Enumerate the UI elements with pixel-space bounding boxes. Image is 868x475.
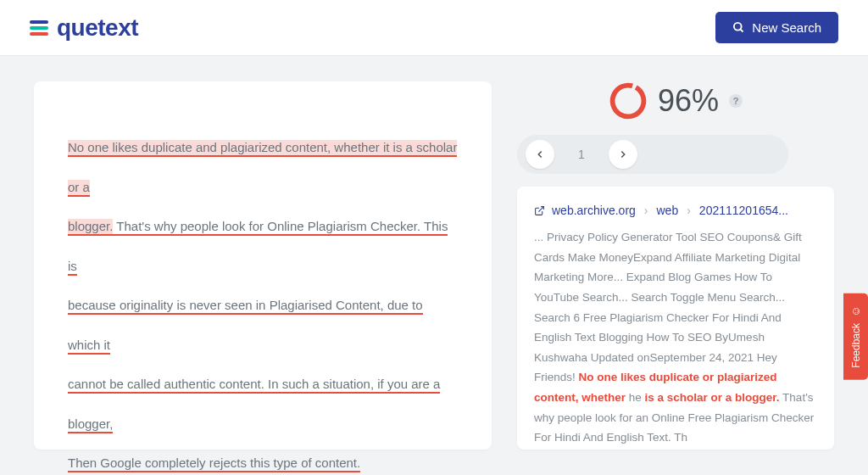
header: quetext New Search: [0, 0, 868, 56]
text-highlight: blogger.: [68, 219, 113, 236]
text-underline: Then Google completely rejects this type…: [68, 455, 360, 472]
breadcrumb-separator: ›: [687, 204, 691, 217]
source-snippet: he: [626, 391, 645, 404]
text-underline: because originality is never seen in Pla…: [68, 298, 423, 355]
page-number: 1: [571, 148, 592, 161]
search-icon: [732, 21, 745, 34]
source-match: is a scholar or a blogger.: [645, 391, 780, 404]
source-domain: web.archive.org: [552, 204, 636, 217]
logo-icon: [30, 20, 48, 36]
feedback-icon: ☺: [849, 305, 862, 318]
svg-point-0: [734, 23, 742, 31]
pagination: 1: [517, 135, 788, 174]
source-path: 202111201654...: [699, 204, 788, 217]
chevron-right-icon: [617, 148, 629, 160]
source-body: ... Privacy Policy Generator Tool SEO Co…: [534, 227, 817, 448]
svg-line-1: [741, 29, 743, 31]
external-link-icon: [534, 205, 545, 216]
score-circle-icon: [609, 81, 648, 120]
svg-point-2: [609, 81, 648, 120]
content-card: No one likes duplicate and plagiarized c…: [34, 81, 492, 450]
chevron-left-icon: [534, 148, 546, 160]
help-icon[interactable]: ?: [729, 94, 743, 108]
new-search-label: New Search: [752, 20, 821, 35]
text-underline: That's why people look for Online Plagia…: [113, 219, 420, 236]
next-page-button[interactable]: [609, 140, 637, 169]
source-link[interactable]: web.archive.org › web › 202111201654...: [534, 204, 817, 217]
score-row: 96% ?: [517, 81, 834, 120]
score-percent: 96%: [658, 83, 719, 119]
logo-text: quetext: [57, 14, 138, 42]
logo[interactable]: quetext: [30, 14, 138, 42]
source-snippet: ... Privacy Policy Generator Tool SEO Co…: [534, 231, 802, 383]
feedback-label: Feedback: [850, 323, 862, 368]
text-underline: cannot be called authentic content.: [68, 377, 264, 394]
source-path: web: [657, 204, 679, 217]
main: No one likes duplicate and plagiarized c…: [0, 56, 868, 475]
new-search-button[interactable]: New Search: [715, 12, 838, 43]
breadcrumb-separator: ›: [644, 204, 648, 217]
prev-page-button[interactable]: [526, 140, 554, 169]
content-text: No one likes duplicate and plagiarized c…: [68, 128, 458, 475]
sidebar: 96% ? 1 web.archive.org › web › 20211120…: [517, 81, 834, 450]
text-highlight: No one likes duplicate and plagiarized c…: [68, 140, 457, 197]
svg-line-3: [538, 206, 543, 211]
source-card[interactable]: web.archive.org › web › 202111201654... …: [517, 187, 834, 450]
feedback-tab[interactable]: Feedback ☺: [843, 293, 868, 380]
